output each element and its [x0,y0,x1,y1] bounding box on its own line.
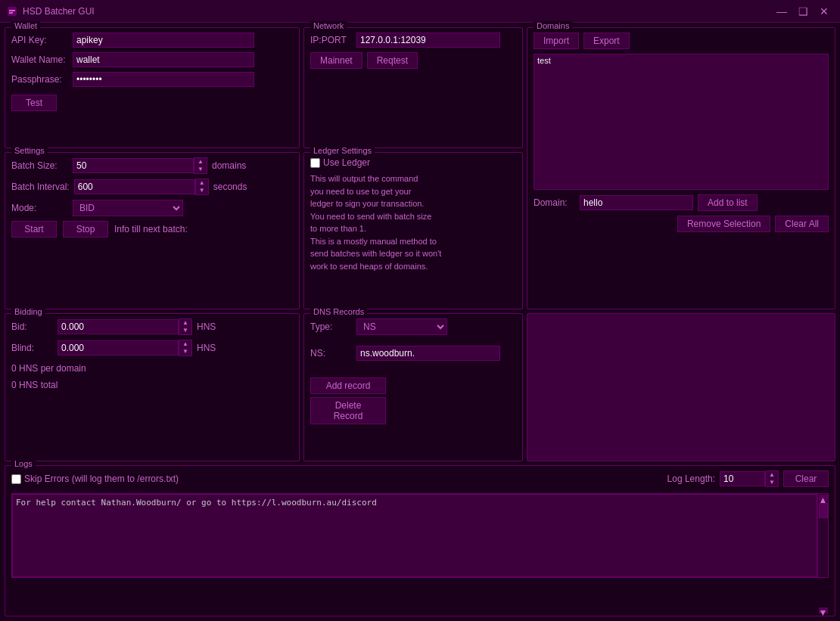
log-length-up[interactable]: ▲ [766,471,778,479]
blind-row: Blind: ▲ ▼ HNS [11,340,293,356]
app-title: HSD Batcher GUI [23,6,95,17]
skip-errors-checkbox[interactable] [11,474,21,484]
batch-size-down[interactable]: ▼ [194,166,207,173]
dns-right-panel [527,313,835,461]
add-to-list-button[interactable]: Add to list [698,194,758,211]
test-button[interactable]: Test [11,95,57,111]
dns-btn-row: Add record Delete Record [310,377,516,424]
passphrase-input[interactable] [73,72,254,87]
batch-interval-spinner: ▲ ▼ [74,179,209,195]
main-content: Wallet API Key: Wallet Name: Passphrase:… [0,23,840,621]
log-scrollbar[interactable]: ▲ ▼ [817,494,828,577]
ledger-info-line1: This will output the command [310,172,516,185]
mode-select[interactable]: BID REVEAL RENEW [73,200,183,216]
batch-interval-up[interactable]: ▲ [196,179,208,187]
dns-type-select[interactable]: NS A AAAA CNAME TXT MX [356,318,447,335]
batch-size-up[interactable]: ▲ [194,158,207,166]
bid-suffix: HNS [197,321,216,332]
dns-type-row: Type: NS A AAAA CNAME TXT MX [310,318,516,335]
start-stop-row: Start Stop Info till next batch: [11,221,293,238]
maximize-button[interactable]: ❑ [793,4,813,19]
start-button[interactable]: Start [11,221,57,238]
batch-size-suffix: domains [212,160,246,171]
import-button[interactable]: Import [534,33,579,49]
logs-label: Logs [11,459,36,468]
log-textarea[interactable]: For help contact Nathan.Woodburn/ or go … [12,494,817,577]
dns-type-label: Type: [310,321,352,332]
use-ledger-row: Use Ledger [310,157,516,168]
blind-input[interactable] [58,340,179,356]
ledger-info-line4: You need to send with batch size [310,210,516,223]
wallet-label: Wallet [11,21,40,30]
mainnet-button[interactable]: Mainnet [310,52,362,69]
regtest-button[interactable]: Reqtest [367,52,418,69]
network-section: Network IP:PORT Mainnet Reqtest [303,27,523,148]
delete-record-button[interactable]: Delete Record [310,397,386,424]
skip-errors-label[interactable]: Skip Errors (will log them to /errors.tx… [24,474,179,484]
log-length-spinner: ▲ ▼ [720,470,779,487]
log-length-input[interactable] [720,471,765,486]
scroll-up-arrow[interactable]: ▲ [819,495,828,501]
passphrase-label: Passphrase: [11,74,68,85]
remove-selection-button[interactable]: Remove Selection [677,216,770,232]
domains-label: Domains [534,21,572,30]
batch-interval-row: Batch Interval: ▲ ▼ seconds [11,179,293,195]
minimize-button[interactable]: — [772,4,792,19]
log-length-spinner-btns: ▲ ▼ [765,470,779,487]
logs-section: Logs Skip Errors (will log them to /erro… [5,465,835,616]
domain-input-row: Domain: Add to list [534,194,829,211]
time-till-label: Info till next batch: [114,224,188,234]
dns-inner: Type: NS A AAAA CNAME TXT MX NS: Add rec… [310,318,516,424]
bid-input[interactable] [58,319,179,334]
ledger-section: Ledger Settings Use Ledger This will out… [303,152,523,309]
log-controls-row: Skip Errors (will log them to /errors.tx… [11,470,829,487]
stop-button[interactable]: Stop [63,221,108,238]
export-button[interactable]: Export [583,33,630,49]
api-key-input[interactable] [73,33,254,48]
titlebar-left: HSD Batcher GUI [6,5,95,17]
api-key-row: API Key: [11,33,293,48]
blind-down[interactable]: ▼ [179,348,191,356]
logs-inner: Skip Errors (will log them to /errors.tx… [11,470,829,578]
use-ledger-checkbox[interactable] [310,158,320,168]
passphrase-row: Passphrase: [11,72,293,87]
domain-input[interactable] [580,195,693,210]
ledger-info-line3: ledger to sign your transaction. [310,197,516,210]
batch-interval-input[interactable] [74,179,195,194]
close-button[interactable]: ✕ [814,4,834,19]
blind-spinner-btns: ▲ ▼ [179,340,192,356]
batch-interval-suffix: seconds [213,182,247,192]
bid-up[interactable]: ▲ [179,319,191,327]
bid-label: Bid: [11,321,53,332]
batch-size-input[interactable] [73,158,194,173]
clear-all-button[interactable]: Clear All [775,216,829,232]
dns-ns-row: NS: [310,346,516,361]
svg-rect-1 [9,10,15,11]
blind-up[interactable]: ▲ [179,340,191,348]
wallet-name-label: Wallet Name: [11,54,68,65]
batch-size-spinner: ▲ ▼ [73,157,207,174]
bid-spinner-btns: ▲ ▼ [179,318,192,335]
log-length-label: Log Length: [667,474,715,484]
wallet-name-input[interactable] [73,52,254,67]
use-ledger-label[interactable]: Use Ledger [323,157,370,168]
dns-ns-input[interactable] [356,346,500,361]
per-domain-text: 0 HNS per domain [11,361,293,377]
domains-inner: Import Export test Domain: Add to list R… [534,33,829,303]
log-length-down[interactable]: ▼ [766,479,778,486]
settings-label: Settings [11,146,48,155]
domains-list: test [534,54,829,190]
add-record-button[interactable]: Add record [310,377,386,394]
ip-port-input[interactable] [356,33,500,48]
api-key-label: API Key: [11,35,68,45]
log-textarea-wrap: For help contact Nathan.Woodburn/ or go … [11,493,829,578]
clear-log-button[interactable]: Clear [783,470,829,487]
scroll-down-arrow[interactable]: ▼ [819,607,828,613]
dns-ns-label: NS: [310,348,352,359]
batch-interval-down[interactable]: ▼ [196,187,208,194]
ledger-info-line2: you need to use to get your [310,185,516,198]
dns-section: DNS Records Type: NS A AAAA CNAME TXT MX… [303,313,523,461]
scroll-thumb[interactable] [819,503,828,518]
bid-down[interactable]: ▼ [179,327,191,334]
wallet-name-row: Wallet Name: [11,52,293,67]
